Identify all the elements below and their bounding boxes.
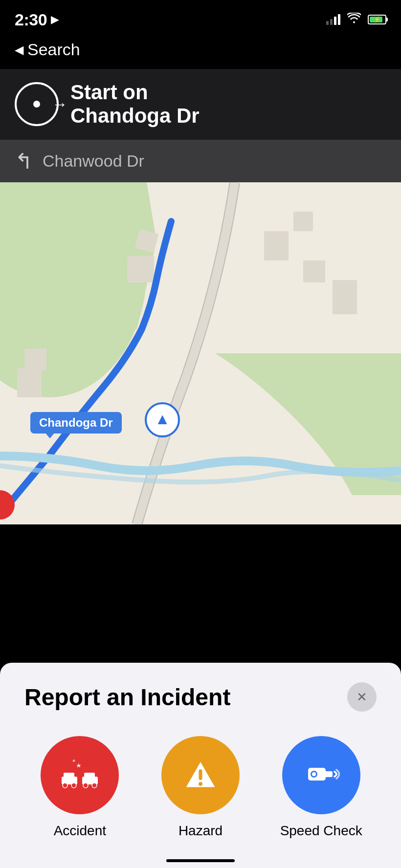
svg-point-22 <box>199 782 202 786</box>
incident-header: Report an Incident ✕ <box>24 682 377 712</box>
search-back-button[interactable]: ◀ Search <box>0 39 401 69</box>
speed-check-label: Speed Check <box>280 823 362 839</box>
status-right: ⚡ <box>326 13 386 26</box>
search-back-label: Search <box>27 40 80 59</box>
map-view[interactable]: Chandoga Dr ▲ <box>0 182 401 524</box>
svg-rect-3 <box>24 348 46 370</box>
accident-button[interactable]: Accident <box>24 736 135 839</box>
svg-point-13 <box>63 783 67 788</box>
signal-icon <box>326 14 340 25</box>
speed-check-icon-circle <box>282 736 360 814</box>
svg-marker-19 <box>76 763 81 768</box>
svg-point-17 <box>92 783 97 788</box>
battery-icon: ⚡ <box>368 15 386 24</box>
close-icon: ✕ <box>356 690 367 705</box>
svg-rect-2 <box>17 368 42 397</box>
hazard-icon <box>181 756 220 795</box>
hazard-icon-circle <box>161 736 240 814</box>
turn-arrow-icon: ↱ <box>15 149 33 174</box>
nav-mode-icon: → <box>15 82 59 126</box>
next-turn-bar: ↱ Chanwood Dr <box>0 140 401 182</box>
svg-rect-16 <box>84 773 95 779</box>
svg-rect-21 <box>199 769 202 780</box>
svg-point-14 <box>71 783 76 788</box>
svg-rect-8 <box>303 260 325 282</box>
close-button[interactable]: ✕ <box>347 682 377 712</box>
navigation-header: → Start on Chandoga Dr <box>0 69 401 140</box>
accident-icon <box>58 753 102 797</box>
svg-rect-9 <box>333 280 357 314</box>
nav-instruction: Start on Chandoga Dr <box>70 81 386 128</box>
svg-rect-6 <box>264 231 289 260</box>
svg-rect-7 <box>293 212 313 231</box>
status-bar: 2:30 ▶ ⚡ <box>0 0 401 39</box>
svg-point-26 <box>312 772 316 776</box>
status-time: 2:30 <box>15 10 47 29</box>
nav-arrow-icon: → <box>52 95 67 113</box>
hazard-label: Hazard <box>178 823 223 839</box>
nav-street-name: Chandoga Dr <box>70 104 386 128</box>
svg-rect-12 <box>64 773 74 779</box>
nav-start-label: Start on <box>70 81 386 104</box>
svg-marker-20 <box>72 759 76 762</box>
incident-title: Report an Incident <box>24 684 230 711</box>
hazard-button[interactable]: Hazard <box>145 736 256 839</box>
accident-icon-circle <box>41 736 119 814</box>
svg-rect-24 <box>324 771 333 777</box>
svg-point-18 <box>83 783 88 788</box>
incident-buttons: Accident Hazard <box>24 736 377 839</box>
wifi-icon <box>347 13 361 26</box>
back-arrow-icon: ◀ <box>15 43 23 57</box>
home-indicator <box>166 859 235 862</box>
navigation-direction-icon: ▲ <box>155 410 170 428</box>
user-location-marker: ▲ <box>145 402 180 437</box>
status-left: 2:30 ▶ <box>15 10 59 29</box>
next-turn-street: Chanwood Dr <box>43 152 144 171</box>
location-arrow-icon: ▶ <box>51 13 59 26</box>
incident-panel: Report an Incident ✕ <box>0 663 401 868</box>
svg-rect-4 <box>127 256 154 282</box>
street-label: Chandoga Dr <box>30 412 122 434</box>
speed-check-icon <box>299 753 343 797</box>
accident-label: Accident <box>54 823 106 839</box>
speed-check-button[interactable]: Speed Check <box>266 736 377 839</box>
